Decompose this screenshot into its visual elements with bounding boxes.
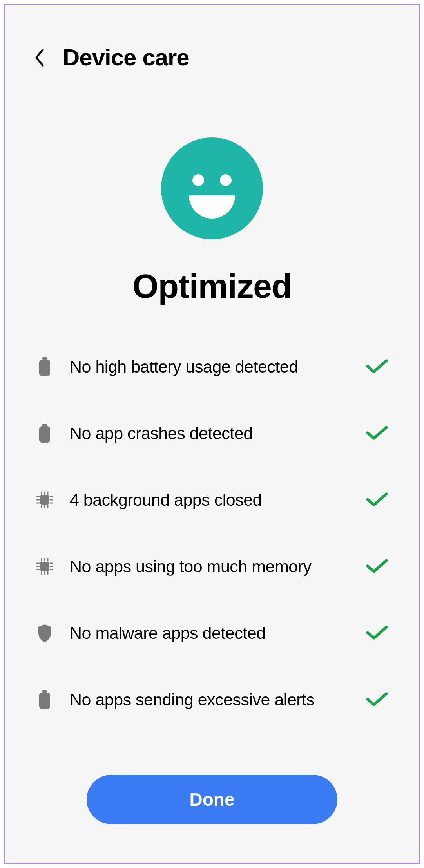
check-icon [366, 626, 388, 640]
chip-icon [36, 556, 53, 577]
check-icon [366, 492, 388, 507]
svg-rect-0 [42, 357, 47, 360]
back-icon[interactable] [32, 46, 47, 69]
smiley-icon [161, 137, 263, 239]
svg-rect-31 [39, 693, 50, 709]
battery-icon [36, 423, 53, 443]
battery-icon [36, 356, 53, 377]
svg-rect-30 [42, 690, 47, 693]
page-title: Device care [63, 44, 189, 71]
list-item-label: No high battery usage detected [70, 357, 350, 376]
list-item-battery-usage: No high battery usage detected [36, 356, 388, 377]
status-hero: Optimized [5, 137, 419, 306]
list-item-label: No malware apps detected [70, 624, 350, 643]
list-item-malware: No malware apps detected [36, 623, 388, 643]
list-item-label: No app crashes detected [70, 424, 350, 443]
list-item-background-apps: 4 background apps closed [36, 490, 388, 510]
list-item-excessive-alerts: No apps sending excessive alerts [36, 689, 388, 710]
status-heading: Optimized [132, 267, 292, 306]
shield-icon [36, 623, 53, 643]
svg-rect-3 [39, 426, 50, 443]
chip-icon [36, 490, 53, 510]
results-list: No high battery usage detected No app cr… [5, 356, 419, 710]
list-item-label: 4 background apps closed [70, 490, 350, 510]
svg-rect-1 [39, 360, 50, 376]
device-care-screen: Device care Optimized No high battery us… [4, 4, 420, 864]
check-icon [366, 692, 388, 707]
svg-rect-17 [40, 562, 49, 571]
header: Device care [5, 5, 419, 71]
svg-rect-2 [42, 424, 47, 426]
battery-icon [36, 689, 53, 710]
check-icon [366, 359, 388, 374]
list-item-label: No apps using too much memory [70, 557, 350, 576]
check-icon [366, 559, 388, 574]
list-item-label: No apps sending excessive alerts [70, 690, 350, 709]
list-item-app-crashes: No app crashes detected [36, 423, 388, 443]
done-button[interactable]: Done [87, 775, 337, 824]
check-icon [366, 426, 388, 441]
list-item-memory-usage: No apps using too much memory [36, 556, 388, 577]
svg-rect-4 [40, 495, 49, 505]
